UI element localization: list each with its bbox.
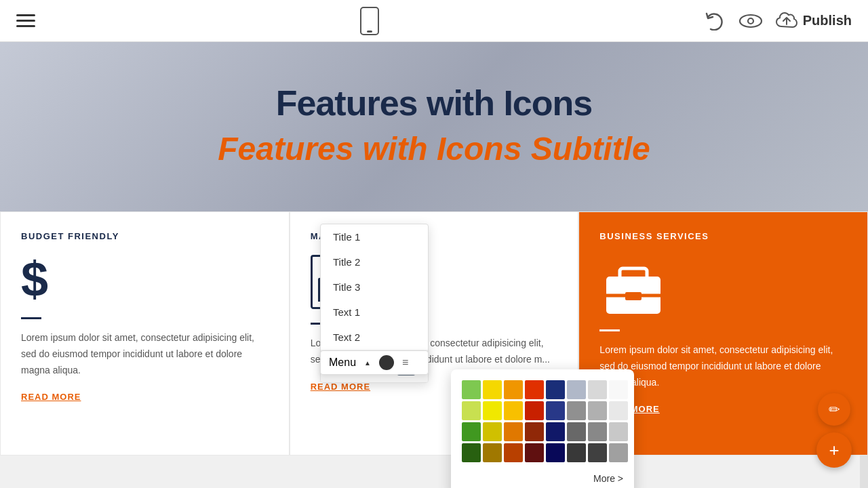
color-swatch-12[interactable] [546,401,565,420]
toolbar-center [359,7,380,35]
color-swatch-24[interactable] [462,443,481,462]
dropdown-item-text2[interactable]: Text 2 [321,325,428,350]
color-swatch-13[interactable] [567,401,586,420]
toolbar-left [16,14,35,27]
color-swatch-0[interactable] [462,380,481,399]
color-swatch-17[interactable] [483,422,502,441]
fab-add-button[interactable]: + [816,432,852,468]
color-swatch-11[interactable] [525,401,544,420]
more-colors-button[interactable]: More > [462,470,623,487]
color-swatch-5[interactable] [567,380,586,399]
card-3-divider [599,329,620,331]
color-swatch-10[interactable] [504,401,523,420]
color-grid [462,380,623,462]
color-swatch-30[interactable] [588,443,607,462]
color-swatch-26[interactable] [504,443,523,462]
dropdown-item-text1-label: Text 1 [333,306,360,318]
color-swatch-14[interactable] [588,401,607,420]
svg-point-3 [748,18,753,24]
undo-icon[interactable] [704,12,726,30]
dropdown-item-text1[interactable]: Text 1 [321,300,428,325]
dropdown-item-title2-label: Title 2 [333,256,360,268]
card-1-label: BUDGET FRIENDLY [21,231,269,241]
svg-rect-7 [625,292,642,300]
hero-title: Features with Icons [14,83,854,123]
hero-section: Features with Icons Features with Icons … [0,42,868,211]
color-swatch-6[interactable] [588,380,607,399]
dollar-icon: $ [21,255,269,304]
color-swatch-8[interactable] [462,401,481,420]
hamburger-icon[interactable] [16,14,35,27]
dropdown-item-title3-label: Title 3 [333,281,360,293]
color-swatch-18[interactable] [504,422,523,441]
color-swatch-22[interactable] [588,422,607,441]
color-swatch-9[interactable] [483,401,502,420]
briefcase-icon [599,255,667,316]
fab-container: ✏ + [816,393,852,468]
color-swatch-7[interactable] [609,380,628,399]
toolbar-right: Publish [704,12,852,30]
color-swatch-31[interactable] [609,443,628,462]
card-3-text: Lorem ipsum dolor sit amet, consectetur … [599,342,847,390]
color-swatch-27[interactable] [525,443,544,462]
toolbar: Publish [0,0,868,42]
color-swatch-16[interactable] [462,422,481,441]
card-1-divider [21,317,41,319]
card-budget-friendly: BUDGET FRIENDLY $ Lorem ipsum dolor sit … [0,211,290,455]
color-swatch-1[interactable] [483,380,502,399]
dropdown-item-title1-label: Title 1 [333,231,360,243]
dropdown-item-title1[interactable]: Title 1 [321,224,428,249]
hero-subtitle: Features with Icons Subtitle [14,130,854,167]
dropdown-item-text2-label: Text 2 [333,331,360,343]
color-swatch-2[interactable] [504,380,523,399]
hero-content: Features with Icons Features with Icons … [14,83,854,167]
menu-bar: Menu ▲ ≡ [320,350,429,375]
color-swatch-3[interactable] [525,380,544,399]
menu-bar-label: Menu [329,357,356,369]
color-swatch-23[interactable] [609,422,628,441]
color-picker: More > [451,369,634,488]
color-swatch-15[interactable] [609,401,628,420]
color-swatch-21[interactable] [567,422,586,441]
menu-lines-icon[interactable]: ≡ [402,357,408,369]
chevron-up-icon: ▲ [364,359,371,367]
card-3-label: BUSINESS SERVICES [599,231,847,241]
color-swatch-20[interactable] [546,422,565,441]
card-1-text: Lorem ipsum dolor sit amet, consectetur … [21,330,269,378]
cards-section: BUDGET FRIENDLY $ Lorem ipsum dolor sit … [0,211,868,455]
card-1-link[interactable]: READ MORE [21,392,269,402]
svg-rect-1 [367,30,372,33]
dropdown-item-title2[interactable]: Title 2 [321,249,428,274]
publish-label: Publish [803,13,852,28]
publish-button[interactable]: Publish [776,12,852,30]
menu-color-swatch[interactable] [379,355,394,370]
color-swatch-19[interactable] [525,422,544,441]
color-swatch-29[interactable] [567,443,586,462]
svg-point-2 [740,15,762,27]
dropdown-item-title3[interactable]: Title 3 [321,274,428,300]
fab-edit-button[interactable]: ✏ [818,393,850,426]
color-swatch-28[interactable] [546,443,565,462]
phone-icon [359,7,380,35]
main-content: Features with Icons Features with Icons … [0,42,868,488]
color-swatch-25[interactable] [483,443,502,462]
preview-icon[interactable] [739,14,762,28]
color-swatch-4[interactable] [546,380,565,399]
card-3-link[interactable]: READ MORE [599,404,847,414]
cloud-upload-icon [776,12,797,30]
